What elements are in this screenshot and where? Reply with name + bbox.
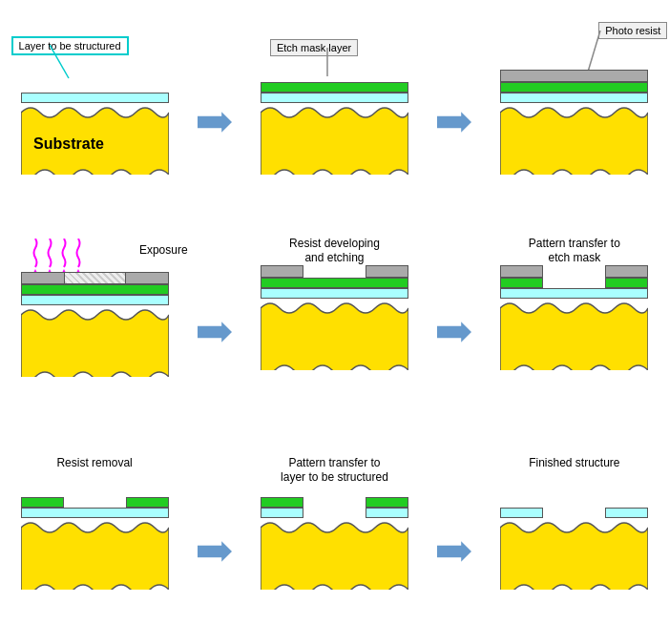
layer-to-be-structured — [21, 93, 169, 103]
arrow-5-6 — [435, 313, 473, 351]
label-line-2 — [318, 48, 346, 81]
layer-green-right-7 — [126, 497, 169, 508]
arrow-svg-1 — [198, 105, 232, 139]
arrow-svg-2 — [437, 105, 471, 139]
layer-cyan-4 — [21, 295, 169, 305]
substrate-svg-7 — [21, 518, 169, 590]
layer-pr-exposed-4 — [64, 272, 126, 284]
layer-pr-left-6 — [500, 265, 543, 278]
layer-cyan-2 — [261, 93, 408, 103]
row-3: Resist removal Pattern tra — [0, 429, 669, 615]
label-line-1 — [50, 45, 97, 83]
arrow-4-5 — [196, 313, 234, 351]
substrate-svg-9 — [500, 518, 648, 590]
arrow-8-9 — [435, 532, 473, 571]
svg-marker-9 — [198, 322, 232, 343]
layer-green-right-8 — [366, 497, 408, 508]
svg-marker-12 — [437, 541, 471, 562]
step-3: Photo resist — [486, 31, 662, 175]
arrow-svg-7 — [198, 534, 232, 569]
substrate-svg-8 — [261, 518, 408, 590]
arrow-svg-5 — [437, 315, 471, 349]
svg-marker-11 — [198, 541, 232, 562]
svg-line-0 — [50, 45, 69, 78]
label-exposure: Exposure — [139, 243, 188, 257]
svg-marker-3 — [437, 112, 471, 133]
label-step-6: Pattern transfer toetch mask — [529, 237, 620, 246]
step-2: Etch mask layer — [246, 31, 423, 175]
label-step-5: Resist developingand etching — [289, 237, 380, 246]
layer-green-4 — [21, 284, 169, 295]
step-9: Finished structure — [486, 456, 662, 590]
substrate-svg-6 — [500, 299, 648, 370]
row-1: Substrate Layer to be structured — [0, 10, 669, 196]
layer-green-2 — [261, 82, 408, 93]
arrow-svg-4 — [198, 315, 232, 349]
arrow-1-2 — [196, 103, 234, 141]
step-6: Pattern transfer toetch mask — [486, 237, 662, 370]
layer-pr-right-5 — [366, 265, 408, 278]
layer-cyan-right-9 — [605, 508, 648, 518]
step-7: Resist removal — [7, 456, 183, 590]
layer-cyan-left-9 — [500, 508, 543, 518]
layer-cyan-5 — [261, 288, 408, 299]
layer-pr-right-6 — [605, 265, 648, 278]
label-step-9: Finished structure — [529, 456, 619, 466]
step-4: Exposure — [7, 229, 183, 377]
layer-pr-left-5 — [261, 265, 303, 278]
svg-marker-10 — [437, 322, 471, 343]
substrate-svg-1: Substrate — [21, 103, 169, 175]
step-5: Resist developingand etching — [246, 237, 423, 370]
step-8: Pattern transfer tolayer to be structure… — [246, 456, 423, 590]
layer-cyan-6 — [500, 288, 648, 299]
layer-green-3 — [500, 82, 648, 93]
row-2: Exposure — [0, 210, 669, 396]
arrow-svg-8 — [437, 534, 471, 569]
layer-cyan-right-8 — [366, 508, 408, 518]
layer-green-5 — [261, 278, 408, 288]
layer-green-left-6 — [500, 278, 543, 288]
svg-marker-1 — [198, 112, 232, 133]
substrate-text: Substrate — [33, 135, 104, 152]
layer-photoresist-3 — [500, 70, 648, 82]
substrate-svg-3 — [500, 103, 648, 175]
layer-cyan-3 — [500, 93, 648, 103]
layer-green-left-8 — [261, 497, 303, 508]
arrow-2-3 — [435, 103, 473, 141]
layer-cyan-left-8 — [261, 508, 303, 518]
substrate-svg-5 — [261, 299, 408, 370]
label-step-8: Pattern transfer tolayer to be structure… — [281, 456, 388, 466]
diagram: Substrate Layer to be structured — [0, 0, 669, 644]
substrate-svg-4 — [21, 305, 169, 377]
step-1: Substrate Layer to be structured — [7, 31, 183, 175]
layer-green-left-7 — [21, 497, 64, 508]
arrow-7-8 — [196, 532, 234, 571]
layer-pr-right-4 — [126, 272, 169, 284]
substrate-svg-2 — [261, 103, 408, 175]
layer-green-right-6 — [605, 278, 648, 288]
layer-cyan-7 — [21, 508, 169, 518]
layer-pr-left-4 — [21, 272, 64, 284]
label-step-7: Resist removal — [56, 456, 132, 466]
